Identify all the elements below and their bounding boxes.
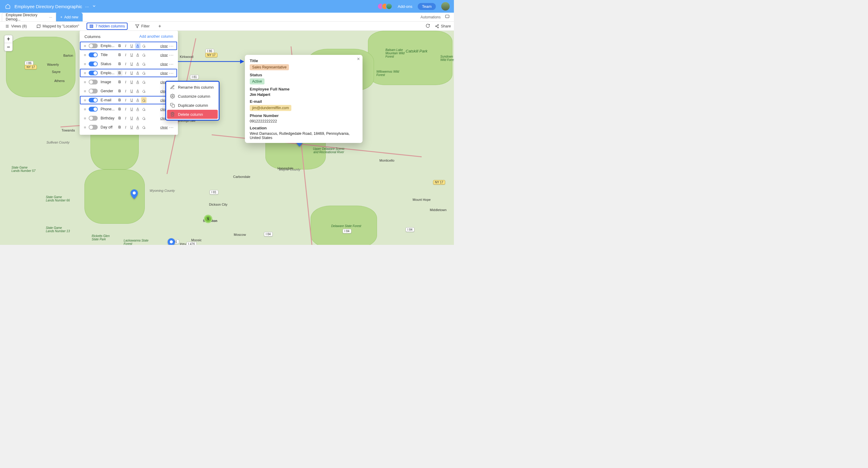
text-color-button[interactable]: A: [135, 52, 141, 58]
text-color-button[interactable]: A: [135, 79, 141, 85]
home-icon[interactable]: [4, 3, 11, 10]
refresh-icon[interactable]: [426, 24, 430, 29]
underline-button[interactable]: U: [129, 124, 134, 130]
bold-button[interactable]: B: [117, 43, 122, 49]
bold-button[interactable]: B: [117, 106, 122, 112]
row-more-icon[interactable]: ···: [168, 62, 174, 66]
column-toggle[interactable]: [89, 98, 98, 102]
drag-handle-icon[interactable]: ≡: [84, 71, 86, 75]
column-toggle[interactable]: [89, 43, 98, 48]
title-more-icon[interactable]: ···: [85, 4, 89, 9]
column-toggle[interactable]: [89, 125, 98, 130]
drag-handle-icon[interactable]: ≡: [84, 89, 86, 93]
ctx-delete[interactable]: Delete column: [167, 110, 218, 119]
drag-handle-icon[interactable]: ≡: [84, 107, 86, 112]
underline-button[interactable]: U: [129, 43, 134, 49]
row-more-icon[interactable]: ···: [168, 53, 174, 57]
underline-button[interactable]: U: [129, 79, 134, 85]
text-color-button[interactable]: A: [135, 43, 141, 49]
clear-link[interactable]: clear: [160, 71, 168, 75]
underline-button[interactable]: U: [129, 97, 134, 103]
column-toggle[interactable]: [89, 80, 98, 85]
tab-active[interactable]: Employee Directory Demog... ···: [2, 13, 56, 22]
drag-handle-icon[interactable]: ≡: [84, 125, 86, 130]
ctx-customize[interactable]: Customize column: [167, 92, 218, 101]
user-avatar[interactable]: [441, 2, 450, 10]
map-pin[interactable]: [131, 189, 138, 199]
fill-color-button[interactable]: [141, 43, 147, 49]
italic-button[interactable]: I: [123, 106, 128, 112]
text-color-button[interactable]: A: [135, 124, 141, 130]
filter-button[interactable]: Filter: [133, 23, 152, 29]
row-more-icon[interactable]: ···: [168, 43, 174, 48]
column-toggle[interactable]: [89, 89, 98, 93]
underline-button[interactable]: U: [129, 115, 134, 121]
row-more-icon[interactable]: ···: [168, 125, 174, 130]
italic-button[interactable]: I: [123, 115, 128, 121]
collaborator-avatars[interactable]: [380, 3, 392, 10]
fill-color-button[interactable]: [141, 115, 147, 121]
drag-handle-icon[interactable]: ≡: [84, 116, 86, 121]
fill-color-button[interactable]: [141, 70, 147, 76]
bold-button[interactable]: B: [117, 52, 122, 58]
close-icon[interactable]: ✕: [357, 57, 360, 61]
fill-color-button[interactable]: [141, 88, 147, 94]
italic-button[interactable]: I: [123, 70, 128, 76]
fill-color-button[interactable]: [141, 106, 147, 112]
text-color-button[interactable]: A: [135, 70, 141, 76]
add-button[interactable]: +: [157, 24, 162, 29]
map-pin[interactable]: [168, 238, 175, 245]
italic-button[interactable]: I: [123, 43, 128, 49]
ctx-rename[interactable]: Rename this column: [167, 83, 218, 92]
share-button[interactable]: Share: [435, 24, 451, 28]
bold-button[interactable]: B: [117, 61, 122, 67]
drag-handle-icon[interactable]: ≡: [84, 98, 86, 102]
bold-button[interactable]: B: [117, 88, 122, 94]
team-button[interactable]: Team: [418, 3, 436, 10]
text-color-button[interactable]: A: [135, 115, 141, 121]
italic-button[interactable]: I: [123, 124, 128, 130]
italic-button[interactable]: I: [123, 61, 128, 67]
drag-handle-icon[interactable]: ≡: [84, 53, 86, 57]
bold-button[interactable]: B: [117, 70, 122, 76]
tab-more-icon[interactable]: ···: [49, 15, 52, 19]
bold-button[interactable]: B: [117, 124, 122, 130]
underline-button[interactable]: U: [129, 52, 134, 58]
drag-handle-icon[interactable]: ≡: [84, 44, 86, 48]
clear-link[interactable]: clear: [160, 125, 168, 129]
views-button[interactable]: Views (8): [3, 23, 29, 29]
column-toggle[interactable]: [89, 107, 98, 112]
map-canvas[interactable]: Waverly Sayre Athens Barton Owego Kirkwo…: [0, 31, 454, 245]
underline-button[interactable]: U: [129, 88, 134, 94]
bold-button[interactable]: B: [117, 115, 122, 121]
fill-color-button[interactable]: [141, 79, 147, 85]
map-cluster[interactable]: 5: [204, 215, 212, 223]
underline-button[interactable]: U: [129, 106, 134, 112]
column-toggle[interactable]: [89, 70, 98, 75]
italic-button[interactable]: I: [123, 79, 128, 85]
chevron-down-icon[interactable]: [92, 4, 96, 9]
hidden-columns-button[interactable]: 7 hidden columns: [87, 23, 128, 30]
automations-link[interactable]: Automations: [421, 15, 441, 19]
fill-color-button[interactable]: [141, 124, 147, 130]
italic-button[interactable]: I: [123, 97, 128, 103]
chat-icon[interactable]: [445, 14, 450, 20]
text-color-button[interactable]: A: [135, 97, 141, 103]
fill-color-button[interactable]: [141, 52, 147, 58]
row-more-icon[interactable]: ···: [168, 70, 174, 75]
text-color-button[interactable]: A: [135, 88, 141, 94]
clear-link[interactable]: clear: [160, 44, 168, 48]
fill-color-button[interactable]: [141, 61, 147, 67]
column-toggle[interactable]: [89, 62, 98, 66]
mapped-by-button[interactable]: Mapped by "Location": [34, 23, 81, 29]
italic-button[interactable]: I: [123, 88, 128, 94]
bold-button[interactable]: B: [117, 79, 122, 85]
fill-color-button[interactable]: [141, 97, 147, 103]
zoom-in-button[interactable]: +: [4, 35, 12, 43]
drag-handle-icon[interactable]: ≡: [84, 62, 86, 66]
underline-button[interactable]: U: [129, 61, 134, 67]
text-color-button[interactable]: A: [135, 106, 141, 112]
add-column-link[interactable]: Add another column: [140, 34, 173, 39]
italic-button[interactable]: I: [123, 52, 128, 58]
bold-button[interactable]: B: [117, 97, 122, 103]
